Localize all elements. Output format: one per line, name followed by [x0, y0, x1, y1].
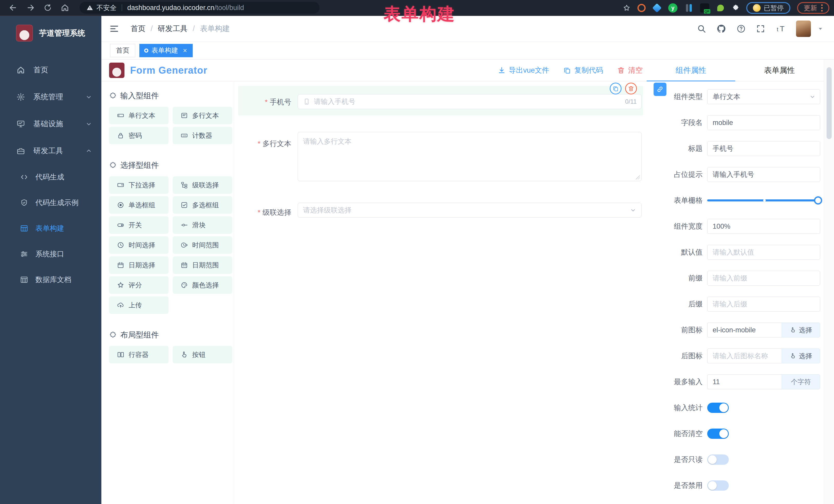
slider-handle[interactable] [814, 196, 822, 204]
prop-row-show-word-limit: 输入统计 [647, 400, 820, 415]
prefix-icon-input[interactable]: el-icon-mobile [707, 323, 782, 337]
help-icon[interactable] [737, 24, 746, 34]
sidebar-item-home[interactable]: 首页 [0, 57, 101, 83]
palette-item-row-container[interactable]: 行容器 [109, 346, 169, 364]
palette-item-cascader[interactable]: 级联选择 [173, 176, 232, 194]
extension-icon[interactable] [716, 3, 725, 13]
palette-item-date-range[interactable]: 日期范围 [173, 256, 232, 274]
search-icon[interactable] [697, 24, 706, 34]
palette-item-time-range[interactable]: 时间范围 [173, 236, 232, 254]
palette-item-dropdown[interactable]: 下拉选择 [109, 176, 169, 194]
sidebar-item-system-api[interactable]: 系统接口 [0, 241, 101, 267]
browser-home-icon[interactable] [61, 3, 69, 12]
prop-row-readonly: 是否只读 [647, 452, 820, 467]
readonly-toggle[interactable] [707, 455, 729, 465]
sidebar-collapse-icon[interactable] [109, 24, 119, 34]
not-secure-warning-icon[interactable] [86, 4, 93, 11]
default-value-input[interactable]: 请输入默认值 [707, 245, 820, 260]
extension-icon[interactable] [652, 3, 662, 13]
extension-qr-icon[interactable]: QR [700, 3, 709, 13]
caret-down-icon[interactable] [817, 25, 824, 32]
palette-item-upload[interactable]: 上传 [109, 297, 169, 314]
palette-item-rate[interactable]: 评分 [109, 277, 169, 294]
extension-icon[interactable]: y [668, 3, 678, 13]
export-vue-button[interactable]: 导出vue文件 [498, 65, 549, 75]
palette-item-switch[interactable]: 开关 [109, 216, 169, 234]
placeholder-input[interactable]: 请输入手机号 [707, 167, 820, 182]
component-type-select[interactable]: 单行文本 [707, 89, 820, 104]
clearable-toggle[interactable] [707, 429, 729, 439]
suffix-input[interactable]: 请输入后缀 [707, 297, 820, 311]
breadcrumb-home[interactable]: 首页 [131, 24, 158, 34]
github-icon[interactable] [717, 24, 726, 34]
paused-badge[interactable]: 已暂停 [746, 2, 790, 14]
sidebar-item-dev-tools[interactable]: 研发工具 [0, 137, 101, 164]
bookmark-star-icon[interactable] [622, 4, 631, 12]
browser-back-icon[interactable] [9, 3, 18, 12]
prefix-input[interactable]: 请输入前缀 [707, 271, 820, 286]
resize-grip-icon[interactable] [636, 175, 640, 179]
security-label[interactable]: 不安全 [96, 3, 116, 12]
breadcrumb-dev-tools[interactable]: 研发工具 [158, 24, 200, 34]
sidebar-item-db-docs[interactable]: 数据库文档 [0, 267, 101, 292]
suffix-icon-input[interactable]: 请输入后图标名称 [707, 349, 782, 364]
mobile-input[interactable]: 请输入手机号 0/11 [298, 94, 641, 109]
font-size-icon[interactable] [775, 24, 786, 34]
palette-item-color-picker[interactable]: 颜色选择 [173, 277, 232, 294]
palette-item-password[interactable]: 密码 [109, 127, 169, 144]
width-input[interactable]: 100% [707, 219, 820, 234]
more-dots-icon[interactable] [821, 4, 823, 12]
prefix-icon-select-button[interactable]: 选择 [782, 323, 820, 337]
scrollbar-thumb[interactable] [827, 67, 832, 139]
copy-code-button[interactable]: 复制代码 [563, 65, 603, 75]
fullscreen-icon[interactable] [756, 24, 765, 34]
palette-icon [180, 281, 188, 289]
palette-item-multiline-text[interactable]: 多行文本 [173, 107, 232, 124]
address-bar[interactable]: 不安全 dashboard.yudao.iocoder.cn/tool/buil… [80, 2, 320, 14]
sidebar-item-codegen-example[interactable]: 代码生成示例 [0, 190, 101, 216]
chevron-down-icon [630, 206, 637, 214]
cascader-select[interactable]: 请选择级联选择 [298, 203, 641, 218]
tag-home[interactable]: 首页 [110, 44, 135, 57]
sidebar-item-infrastructure[interactable]: 基础设施 [0, 110, 101, 137]
sidebar-item-system-management[interactable]: 系统管理 [0, 83, 101, 110]
disabled-toggle[interactable] [707, 480, 729, 491]
extensions-puzzle-icon[interactable] [732, 4, 740, 12]
palette-item-radio-group[interactable]: 单选框组 [109, 196, 169, 214]
palette-item-single-line-text[interactable]: 单行文本 [109, 107, 169, 124]
palette-item-counter[interactable]: 计数器 [173, 127, 232, 144]
user-avatar[interactable] [796, 21, 811, 37]
form-grid-slider[interactable] [707, 199, 820, 201]
char-counter: 0/11 [625, 98, 637, 105]
duplicate-field-button[interactable] [610, 83, 621, 94]
max-length-input[interactable]: 11 [707, 374, 782, 389]
palette-item-slider[interactable]: 滑块 [173, 216, 232, 234]
palette-item-checkbox-group[interactable]: 多选框组 [173, 196, 232, 214]
sidebar-item-code-generation[interactable]: 代码生成 [0, 164, 101, 190]
browser-reload-icon[interactable] [44, 4, 52, 12]
show-word-limit-toggle[interactable] [707, 403, 729, 413]
delete-field-button[interactable] [625, 83, 637, 94]
palette-item-button[interactable]: 按钮 [173, 346, 232, 364]
update-button[interactable]: 更新 [797, 2, 829, 14]
title-input[interactable]: 手机号 [707, 141, 820, 156]
vertical-scrollbar[interactable] [824, 60, 834, 504]
tag-form-builder[interactable]: 表单构建 [139, 44, 193, 57]
docs-link-button[interactable] [654, 83, 666, 96]
palette-item-date-picker[interactable]: 日期选择 [109, 256, 169, 274]
suffix-icon-select-button[interactable]: 选择 [782, 349, 820, 364]
tab-component-props[interactable]: 组件属性 [647, 60, 735, 81]
switch-icon [117, 221, 125, 229]
chevron-down-icon [809, 93, 816, 100]
sidebar-item-form-builder[interactable]: 表单构建 [0, 216, 101, 241]
multiline-textarea[interactable]: 请输入多行文本 [298, 132, 641, 181]
counter-icon [180, 132, 188, 139]
clear-button[interactable]: 清空 [617, 65, 642, 75]
browser-forward-icon[interactable] [26, 3, 35, 12]
tab-form-props[interactable]: 表单属性 [735, 60, 824, 81]
extension-icon[interactable] [684, 3, 694, 13]
field-name-input[interactable]: mobile [707, 115, 820, 130]
palette-item-time-picker[interactable]: 时间选择 [109, 236, 169, 254]
extension-icon[interactable] [637, 4, 646, 12]
close-icon[interactable] [182, 48, 188, 53]
